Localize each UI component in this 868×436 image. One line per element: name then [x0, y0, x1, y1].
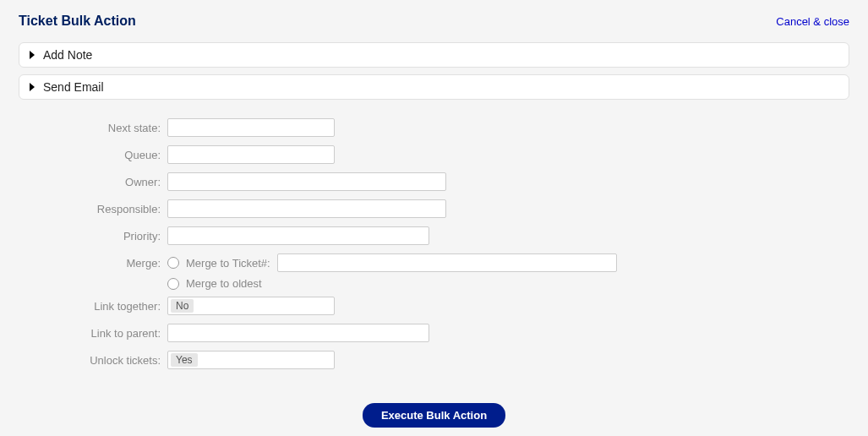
unlock-tickets-value: Yes — [171, 353, 198, 367]
owner-input[interactable] — [167, 172, 446, 191]
next-state-input[interactable] — [167, 118, 335, 137]
link-together-select[interactable]: No — [167, 297, 335, 315]
unlock-tickets-select[interactable]: Yes — [167, 351, 335, 369]
merge-to-ticket-input[interactable] — [277, 253, 617, 272]
page-title: Ticket Bulk Action — [19, 14, 136, 29]
label-unlock-tickets: Unlock tickets: — [0, 351, 167, 371]
label-responsible: Responsible: — [0, 199, 167, 220]
accordion-add-note-label: Add Note — [43, 48, 92, 62]
accordion-send-email[interactable]: Send Email — [19, 74, 849, 100]
chevron-right-icon — [30, 83, 35, 91]
label-merge: Merge: — [0, 253, 167, 274]
label-queue: Queue: — [0, 145, 167, 166]
queue-input[interactable] — [167, 145, 335, 164]
label-next-state: Next state: — [0, 118, 167, 139]
label-owner: Owner: — [0, 172, 167, 193]
link-together-value: No — [171, 299, 194, 313]
cancel-close-link[interactable]: Cancel & close — [776, 15, 849, 28]
execute-bulk-action-button[interactable]: Execute Bulk Action — [363, 403, 505, 428]
label-link-together: Link together: — [0, 297, 167, 317]
merge-to-oldest-radio[interactable] — [167, 278, 179, 290]
label-link-to-parent: Link to parent: — [0, 324, 167, 344]
accordion-add-note[interactable]: Add Note — [19, 42, 849, 68]
merge-to-oldest-label: Merge to oldest — [186, 277, 262, 290]
merge-to-ticket-label: Merge to Ticket#: — [186, 257, 270, 270]
chevron-right-icon — [30, 51, 35, 59]
link-to-parent-input[interactable] — [167, 324, 429, 342]
merge-to-ticket-radio[interactable] — [167, 257, 179, 269]
label-priority: Priority: — [0, 226, 167, 247]
accordion-send-email-label: Send Email — [43, 80, 104, 94]
responsible-input[interactable] — [167, 199, 446, 218]
priority-input[interactable] — [167, 226, 429, 245]
